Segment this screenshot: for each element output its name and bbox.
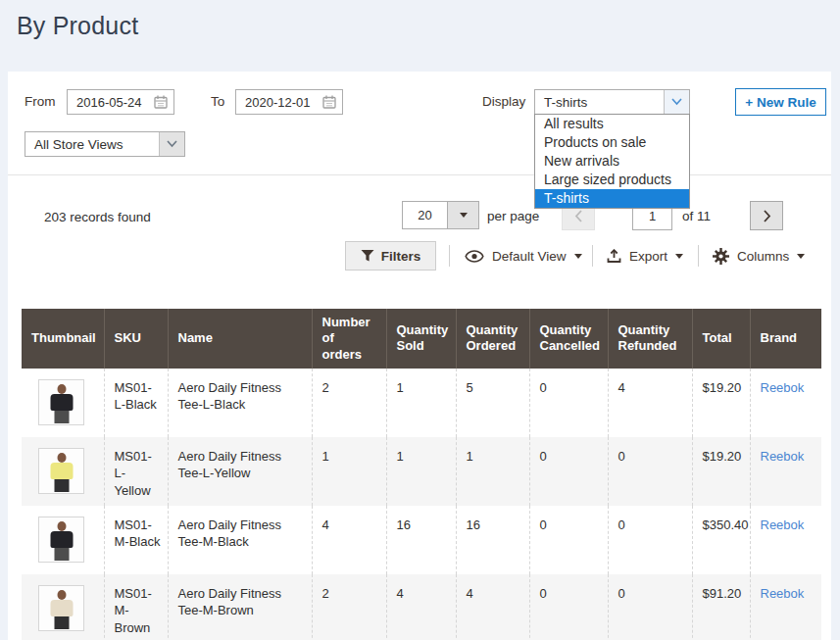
display-option[interactable]: Large sized products: [535, 171, 689, 189]
new-rule-button[interactable]: + New Rule: [735, 88, 826, 116]
cell-quantity-ordered: 5: [456, 369, 529, 437]
thumbnail-person-legs: [54, 479, 69, 492]
to-date-value: 2020-12-01: [245, 95, 322, 110]
column-header[interactable]: Brand: [750, 309, 821, 369]
thumbnail-person-shirt: [50, 600, 73, 616]
export-control-label: Export: [629, 249, 667, 264]
caret-down-icon: [460, 213, 468, 218]
column-header[interactable]: Quantity Ordered: [456, 309, 529, 369]
column-header[interactable]: Quantity Sold: [386, 309, 456, 369]
cell-total: $19.20: [692, 369, 750, 437]
cell-name: Aero Daily Fitness Tee-L-Black: [168, 369, 312, 437]
cell-quantity-ordered: 1: [456, 437, 529, 506]
brand-link[interactable]: Reebok: [761, 586, 805, 601]
product-thumbnail: [38, 517, 84, 563]
table-row: MS01-M-Brown Aero Daily Fitness Tee-M-Br…: [22, 574, 821, 640]
brand-link[interactable]: Reebok: [761, 517, 805, 532]
display-options-list: All resultsProducts on saleNew arrivalsL…: [534, 114, 690, 209]
cell-brand: Reebok: [750, 574, 821, 640]
chevron-down-icon: [664, 90, 689, 114]
product-thumbnail: [38, 448, 84, 494]
caret-down-icon: [675, 254, 683, 259]
cell-total: $350.40: [692, 506, 750, 574]
thumbnail-person-legs: [54, 548, 69, 561]
cell-quantity-cancelled: 0: [529, 574, 608, 640]
thumbnail-person-head: [57, 453, 66, 463]
filter-icon: [361, 250, 374, 262]
toolbar-separator: [449, 245, 450, 267]
cell-quantity-refunded: 0: [608, 574, 692, 640]
column-header[interactable]: Thumbnail: [22, 309, 104, 369]
display-option[interactable]: Products on sale: [535, 133, 689, 152]
to-date-input[interactable]: 2020-12-01: [235, 89, 343, 115]
cell-quantity-cancelled: 0: [529, 369, 608, 437]
brand-link[interactable]: Reebok: [761, 380, 805, 395]
toolbar-separator: [698, 245, 699, 267]
chevron-down-icon: [159, 132, 184, 156]
cell-orders: 4: [312, 506, 386, 574]
cell-thumbnail: [22, 574, 104, 640]
from-label: From: [25, 94, 56, 109]
cell-brand: Reebok: [750, 437, 821, 506]
table-body: MS01-L-Black Aero Daily Fitness Tee-L-Bl…: [22, 369, 821, 640]
eye-icon: [465, 250, 484, 263]
product-thumbnail: [38, 585, 84, 631]
from-date-input[interactable]: 2016-05-24: [67, 89, 174, 115]
thumbnail-person-shirt: [50, 463, 73, 479]
caret-down-icon: [797, 254, 805, 259]
brand-link[interactable]: Reebok: [761, 449, 805, 464]
thumbnail-person-head: [57, 521, 66, 531]
thumbnail-person-legs: [54, 616, 69, 629]
product-thumbnail: [38, 379, 84, 425]
cell-quantity-sold: 16: [386, 506, 456, 574]
export-control[interactable]: Export: [607, 241, 683, 271]
per-page-value[interactable]: 20: [402, 201, 448, 229]
calendar-icon[interactable]: [154, 95, 168, 109]
columns-control[interactable]: Columns: [713, 241, 805, 271]
cell-sku: MS01-M-Brown: [104, 574, 168, 640]
column-header[interactable]: SKU: [104, 309, 168, 369]
page-title: By Product: [17, 12, 138, 40]
cell-quantity-ordered: 16: [456, 506, 529, 574]
display-option[interactable]: T-shirts: [535, 189, 689, 208]
cell-total: $91.20: [692, 574, 750, 640]
by-product-report-page: { "page": { "title": "By Product" }, "fi…: [0, 0, 840, 640]
cell-quantity-sold: 1: [386, 369, 456, 437]
display-select[interactable]: T-shirts: [534, 89, 690, 115]
cell-total: $19.20: [692, 437, 750, 506]
display-option[interactable]: All results: [535, 115, 689, 133]
column-header[interactable]: Number of orders: [312, 309, 386, 369]
thumbnail-person-legs: [54, 411, 69, 423]
cell-sku: MS01-L-Black: [104, 369, 168, 437]
cell-quantity-refunded: 0: [608, 437, 692, 506]
store-view-select[interactable]: All Store Views: [25, 131, 185, 157]
thumbnail-person-shirt: [50, 394, 73, 411]
display-option[interactable]: New arrivals: [535, 152, 689, 171]
page-total-label: of 11: [682, 209, 711, 223]
export-icon: [607, 249, 621, 264]
to-label: To: [211, 94, 224, 109]
section-divider: [8, 174, 831, 175]
filters-button[interactable]: Filters: [345, 241, 436, 271]
column-header[interactable]: Quantity Refunded: [608, 309, 692, 369]
table-row: MS01-L-Black Aero Daily Fitness Tee-L-Bl…: [22, 369, 821, 437]
calendar-icon[interactable]: [322, 95, 336, 109]
cell-brand: Reebok: [750, 506, 821, 574]
cell-orders: 1: [312, 437, 386, 506]
table-row: MS01-L-Yellow Aero Daily Fitness Tee-L-Y…: [22, 437, 821, 506]
column-header[interactable]: Total: [692, 309, 750, 369]
cell-quantity-ordered: 4: [456, 574, 529, 640]
column-header[interactable]: Name: [168, 309, 312, 369]
column-header[interactable]: Quantity Cancelled: [529, 309, 608, 369]
cell-thumbnail: [22, 506, 104, 574]
cell-quantity-sold: 4: [386, 574, 456, 640]
from-date-value: 2016-05-24: [76, 95, 154, 110]
per-page-select[interactable]: 20: [402, 201, 479, 229]
toolbar-separator: [592, 245, 593, 267]
table-header-row: ThumbnailSKUNameNumber of ordersQuantity…: [22, 309, 821, 369]
per-page-label: per page: [487, 209, 539, 223]
per-page-caret-button[interactable]: [448, 201, 479, 229]
view-control[interactable]: Default View: [465, 241, 582, 271]
next-page-button[interactable]: [750, 201, 783, 230]
cell-thumbnail: [22, 437, 104, 506]
